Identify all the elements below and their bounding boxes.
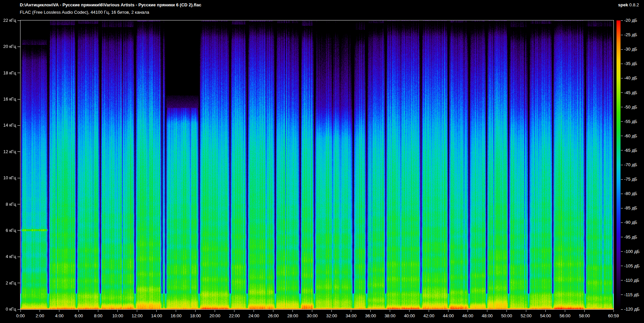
x-axis-tick [545, 310, 546, 312]
x-axis-label: 26:00 [263, 314, 283, 318]
legend-tick [621, 179, 623, 180]
x-axis-tick [195, 310, 196, 312]
x-axis-label: 56:00 [555, 314, 575, 318]
legend-tick [621, 64, 623, 64]
x-axis-tick [78, 310, 79, 312]
x-axis-label: 54:00 [536, 314, 556, 318]
y-axis-label: 10 кГц [0, 176, 16, 180]
legend-tick [621, 251, 623, 252]
x-axis-label: 2:00 [30, 314, 50, 318]
x-axis-label: 6:00 [69, 314, 89, 318]
x-axis-tick [234, 310, 234, 312]
legend-tick [621, 49, 623, 50]
x-axis-label: 0:00 [10, 314, 31, 318]
legend-label: -70 дБ [624, 163, 637, 167]
legend-label: -100 дБ [624, 249, 640, 254]
y-axis-label: 8 кГц [0, 202, 16, 207]
x-axis-label: 46:00 [458, 314, 478, 318]
audio-format-info: FLAC (Free Lossless Audio Codec), 44100 … [20, 10, 149, 15]
legend-label: -30 дБ [624, 47, 637, 52]
legend-tick [621, 136, 623, 136]
y-axis-tick [17, 204, 20, 204]
legend-tick [621, 208, 623, 208]
x-axis-label: 44:00 [438, 314, 459, 318]
x-axis-label: 40:00 [399, 314, 420, 318]
legend-tick [621, 165, 623, 165]
x-axis-tick [370, 310, 371, 312]
y-axis-label: 0 кГц [0, 307, 16, 312]
legend-tick [621, 107, 623, 107]
x-axis-label: 4:00 [49, 314, 69, 318]
y-axis-tick [17, 309, 20, 310]
x-axis-label: 38:00 [380, 314, 400, 318]
spectrogram-canvas [20, 20, 613, 309]
x-axis-label: 34:00 [341, 314, 361, 318]
x-axis-label: 50:00 [497, 314, 517, 318]
x-axis-label: 10:00 [108, 314, 128, 318]
legend-tick [621, 92, 623, 93]
legend-tick [621, 121, 623, 122]
legend-label: -80 дБ [624, 191, 637, 196]
x-axis-label: 12:00 [127, 314, 147, 318]
legend-label: -40 дБ [624, 76, 637, 80]
y-axis-label: 14 кГц [0, 123, 16, 128]
y-axis-label: 6 кГц [0, 228, 16, 233]
legend-label: -50 дБ [624, 105, 637, 110]
db-color-scale [616, 20, 621, 309]
legend-tick [621, 295, 623, 295]
y-axis-tick [17, 257, 20, 257]
legend-tick [621, 150, 623, 150]
x-axis-tick [98, 310, 98, 312]
x-axis-tick [176, 310, 176, 312]
x-axis-label: 60:59 [603, 314, 624, 318]
y-axis-label: 18 кГц [0, 71, 16, 75]
x-axis-label: 32:00 [322, 314, 342, 318]
x-axis-tick [526, 310, 526, 312]
x-axis-tick [351, 310, 351, 312]
y-axis-tick [17, 178, 20, 178]
x-axis-tick [59, 310, 59, 312]
legend-tick [621, 35, 623, 35]
spek-window: D:\Антициклон\VA - Русские пряники\6\Var… [0, 0, 644, 323]
x-axis-label: 42:00 [419, 314, 439, 318]
legend-label: -90 дБ [624, 220, 637, 225]
file-path-title: D:\Антициклон\VA - Русские пряники\6\Var… [20, 2, 201, 7]
y-axis-tick [17, 47, 20, 47]
y-axis-label: 20 кГц [0, 44, 16, 49]
x-axis-label: 30:00 [302, 314, 322, 318]
x-axis-tick [409, 310, 410, 312]
x-axis-tick [390, 310, 390, 312]
x-axis-tick [487, 310, 487, 312]
x-axis-label: 20:00 [205, 314, 225, 318]
x-axis-tick [613, 310, 614, 312]
y-axis-tick [17, 20, 20, 21]
legend-label: -45 дБ [624, 90, 637, 95]
y-axis-label: 2 кГц [0, 281, 16, 285]
legend-label: -20 дБ [624, 18, 637, 23]
legend-tick [621, 280, 623, 280]
x-axis-label: 24:00 [244, 314, 264, 318]
x-axis-tick [137, 310, 137, 312]
y-axis-tick [17, 99, 20, 100]
app-version: 0.8.2 [629, 2, 639, 7]
legend-tick [621, 266, 623, 266]
y-axis-tick [17, 73, 20, 73]
x-axis-tick [20, 310, 21, 312]
y-axis-label: 22 кГц [0, 18, 16, 23]
x-axis-label: 36:00 [361, 314, 381, 318]
y-axis-label: 16 кГц [0, 97, 16, 102]
x-axis-tick [565, 310, 565, 312]
x-axis-label: 14:00 [147, 314, 167, 318]
legend-label: -55 дБ [624, 119, 637, 124]
x-axis-tick [292, 310, 293, 312]
legend-label: -60 дБ [624, 134, 637, 138]
legend-tick [621, 194, 623, 194]
legend-label: -25 дБ [624, 33, 637, 37]
legend-label: -115 дБ [624, 293, 639, 297]
x-axis-tick [331, 310, 332, 312]
x-axis-label: 58:00 [575, 314, 595, 318]
y-axis-tick [17, 151, 20, 152]
app-name: spek [618, 2, 628, 7]
x-axis-label: 52:00 [516, 314, 536, 318]
legend-tick [621, 309, 623, 310]
